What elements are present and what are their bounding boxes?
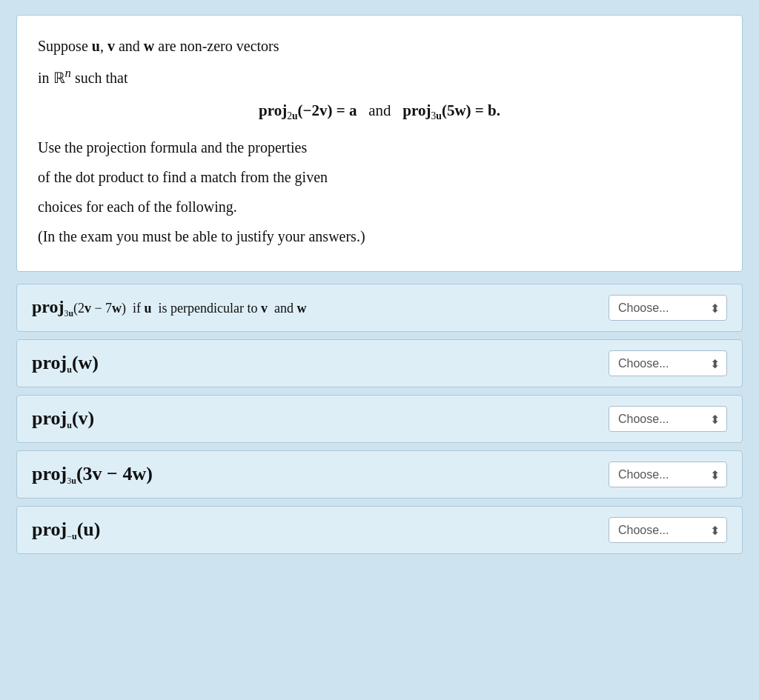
select-wrapper-2: Choose... 0 a b a + b a - b -a -b u -u ⬍: [609, 350, 727, 376]
question-row-2: proju(w) Choose... 0 a b a + b a - b -a …: [16, 339, 743, 387]
question-row-4: proj3u(3v − 4w) Choose... 0 a b a + b a …: [16, 450, 743, 499]
dropdown-1[interactable]: Choose... 0 a b a + b a - b -a -b u -u: [609, 295, 727, 321]
main-container: Suppose u, v and w are non-zero vectors …: [16, 15, 743, 561]
problem-line3: Use the projection formula and the prope…: [38, 135, 721, 160]
question-label-4: proj3u(3v − 4w): [32, 463, 609, 487]
question-label-3: proju(v): [32, 407, 609, 431]
select-wrapper-1: Choose... 0 a b a + b a - b -a -b u -u ⬍: [609, 295, 727, 321]
question-row-3: proju(v) Choose... 0 a b a + b a - b -a …: [16, 395, 743, 443]
question-row-1: proj3u(2v − 7w) if u is perpendicular to…: [16, 284, 743, 332]
select-wrapper-3: Choose... 0 a b a + b a - b -a -b u -u ⬍: [609, 406, 727, 432]
problem-line2: in ℝn such that: [38, 63, 721, 90]
question-row-5: proj−u(u) Choose... 0 a b a + b a - b -a…: [16, 506, 743, 554]
problem-line1: Suppose u, v and w are non-zero vectors: [38, 33, 721, 59]
problem-line5: choices for each of the following.: [38, 194, 721, 219]
question-label-1: proj3u(2v − 7w) if u is perpendicular to…: [32, 297, 609, 319]
math-equation: proj2u(−2v) = a and proj3u(5w) = b.: [38, 98, 721, 124]
question-label-5: proj−u(u): [32, 519, 609, 542]
dropdown-3[interactable]: Choose... 0 a b a + b a - b -a -b u -u: [609, 406, 727, 432]
questions-section: proj3u(2v − 7w) if u is perpendicular to…: [16, 284, 743, 554]
select-wrapper-4: Choose... 0 a b a + b a - b -a -b u -u ⬍: [609, 461, 727, 487]
select-wrapper-5: Choose... 0 a b a + b a - b -a -b u -u ⬍: [609, 517, 727, 543]
dropdown-2[interactable]: Choose... 0 a b a + b a - b -a -b u -u: [609, 350, 727, 376]
dropdown-4[interactable]: Choose... 0 a b a + b a - b -a -b u -u: [609, 461, 727, 487]
problem-line4: of the dot product to find a match from …: [38, 164, 721, 190]
problem-line6: (In the exam you must be able to justify…: [38, 224, 721, 249]
dropdown-5[interactable]: Choose... 0 a b a + b a - b -a -b u -u: [609, 517, 727, 543]
question-label-2: proju(w): [32, 352, 609, 376]
problem-box: Suppose u, v and w are non-zero vectors …: [16, 15, 743, 272]
